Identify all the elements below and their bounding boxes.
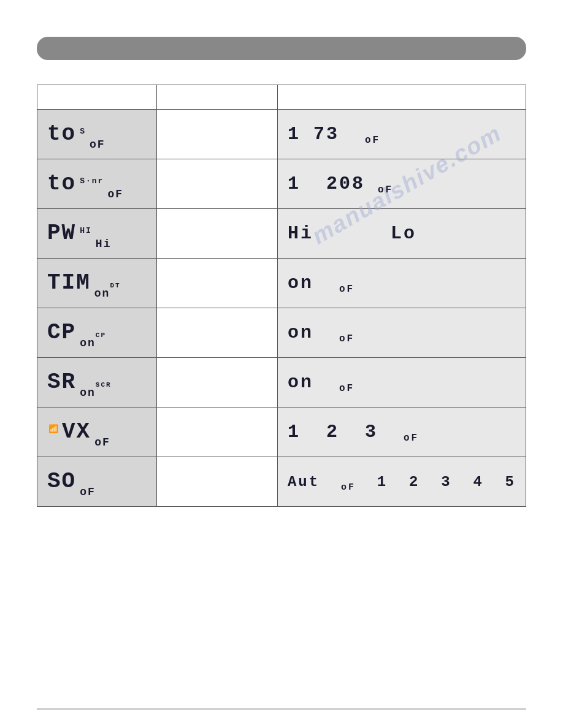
value-text-8: Aut oF 1 2 3 4 5 bbox=[288, 474, 516, 490]
value-text-5: on oF bbox=[288, 322, 354, 343]
char-sr: SR bbox=[47, 371, 76, 393]
lcd-display-vx: 📶 VX oF bbox=[47, 421, 110, 443]
char-vx: VX bbox=[62, 421, 91, 443]
lcd-value-cell-8: Aut oF 1 2 3 4 5 bbox=[277, 457, 526, 507]
lcd-display-pw-hi: PW HI Hi bbox=[47, 222, 111, 245]
lcd-display-tim: TIM onDT bbox=[47, 272, 121, 294]
table-row: SR onSCR on oF bbox=[37, 358, 526, 408]
lcd-value-cell-6: on oF bbox=[277, 358, 526, 408]
char-so: SO bbox=[47, 471, 76, 493]
table-row: CP onCP on oF bbox=[37, 308, 526, 358]
char-sub-of: oF bbox=[90, 139, 105, 150]
col1-header bbox=[37, 85, 157, 110]
lcd-value-cell-3: Hi Lo bbox=[277, 209, 526, 259]
value-text-2: 1 208 oF bbox=[288, 173, 393, 194]
char-sup-sar: S·nr bbox=[80, 177, 104, 185]
lcd-display-sr: SR onSCR bbox=[47, 371, 112, 393]
col2-empty bbox=[157, 110, 278, 159]
lcd-value-4: on oF bbox=[288, 273, 354, 294]
page-container: manualshive.com to S oF bbox=[0, 0, 563, 728]
lcd-display-to-sar: to S·nr oF bbox=[47, 173, 123, 195]
char-sub-of-2: oF bbox=[107, 189, 123, 200]
bottom-line bbox=[37, 708, 526, 710]
table-row: to S·nr oF 1 208 oF bbox=[37, 159, 526, 209]
col2-empty-7 bbox=[157, 408, 278, 457]
char-to-2: to bbox=[47, 173, 76, 195]
lcd-value-2: 1 208 oF bbox=[288, 173, 393, 194]
col2-empty-2 bbox=[157, 159, 278, 209]
lcd-value-6: on oF bbox=[288, 372, 354, 393]
lcd-value-cell-2: 1 208 oF bbox=[277, 159, 526, 209]
char-sup-hi: HI bbox=[80, 227, 92, 235]
lcd-symbol-cell: to S oF bbox=[37, 110, 157, 159]
char-sup-s: S bbox=[80, 127, 86, 135]
value-text-1: 1 73 oF bbox=[288, 124, 380, 145]
lcd-value-cell-1: 1 73 oF bbox=[277, 110, 526, 159]
lcd-symbol-cell-4: TIM onDT bbox=[37, 259, 157, 308]
col3-header bbox=[277, 85, 526, 110]
lcd-value-5: on oF bbox=[288, 322, 354, 343]
lcd-value-3: Hi Lo bbox=[288, 223, 416, 244]
value-text-3: Hi Lo bbox=[288, 223, 416, 244]
char-pw: PW bbox=[47, 222, 76, 245]
lcd-value-cell-4: on oF bbox=[277, 259, 526, 308]
table-row: TIM onDT on oF bbox=[37, 259, 526, 308]
lcd-symbol-cell-3: PW HI Hi bbox=[37, 209, 157, 259]
table-row: 📶 VX oF 1 2 3 oF bbox=[37, 408, 526, 457]
col2-empty-5 bbox=[157, 308, 278, 358]
col2-empty-6 bbox=[157, 358, 278, 408]
lcd-symbol-cell-6: SR onSCR bbox=[37, 358, 157, 408]
table-row: SO oF Aut oF 1 2 3 4 5 bbox=[37, 457, 526, 507]
table-header-row bbox=[37, 85, 526, 110]
table-row: PW HI Hi Hi Lo bbox=[37, 209, 526, 259]
lcd-symbol-cell-7: 📶 VX oF bbox=[37, 408, 157, 457]
value-text-7: 1 2 3 oF bbox=[288, 422, 419, 442]
header-bar bbox=[37, 37, 526, 60]
lcd-display-cp: CP onCP bbox=[47, 322, 106, 344]
col2-empty-8 bbox=[157, 457, 278, 507]
value-text-4: on oF bbox=[288, 273, 354, 294]
char-cp: CP bbox=[47, 322, 76, 344]
char-sub-on-cp: onCP bbox=[80, 337, 106, 349]
char-sub-on: onDT bbox=[94, 287, 121, 299]
lcd-symbol-cell-5: CP onCP bbox=[37, 308, 157, 358]
col2-empty-4 bbox=[157, 259, 278, 308]
lcd-symbol-cell-8: SO oF bbox=[37, 457, 157, 507]
lcd-value-cell-5: on oF bbox=[277, 308, 526, 358]
main-table: to S oF 1 73 oF bbox=[37, 85, 526, 507]
lcd-value-7: 1 2 3 oF bbox=[288, 422, 419, 442]
char-tim: TIM bbox=[47, 272, 91, 294]
col2-empty-3 bbox=[157, 209, 278, 259]
lcd-display-to-s: to S oF bbox=[47, 123, 105, 145]
char-sub-of-vx: oF bbox=[94, 437, 110, 448]
lcd-value-cell-7: 1 2 3 oF bbox=[277, 408, 526, 457]
col2-header bbox=[157, 85, 278, 110]
char-sub-on-scr: onSCR bbox=[80, 387, 111, 398]
lcd-display-so: SO oF bbox=[47, 471, 96, 493]
value-text-6: on oF bbox=[288, 372, 354, 393]
table-row: to S oF 1 73 oF bbox=[37, 110, 526, 159]
char-sub-of-so: oF bbox=[80, 487, 96, 498]
lcd-value-8: Aut oF 1 2 3 4 5 bbox=[288, 474, 516, 490]
char-sub-hi: Hi bbox=[96, 238, 112, 249]
lcd-symbol-cell-2: to S·nr oF bbox=[37, 159, 157, 209]
wifi-icon: 📶 bbox=[48, 425, 59, 433]
lcd-value-1: 1 73 oF bbox=[288, 124, 380, 145]
char-to: to bbox=[47, 123, 76, 145]
